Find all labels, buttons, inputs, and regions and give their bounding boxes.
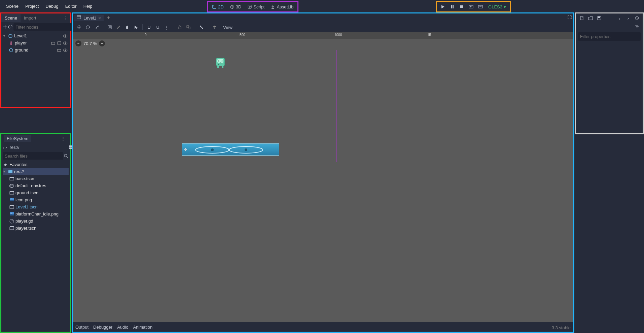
svg-rect-44 [178,27,181,29]
file-row[interactable]: base.tscn [3,175,69,182]
new-resource-button[interactable] [578,14,585,22]
folder-icon [8,169,13,174]
svg-rect-24 [10,177,14,180]
scene-icon [9,226,14,231]
filter-nodes-input[interactable] [13,23,74,31]
scene-icon [77,15,81,20]
renderer-selector[interactable]: GLES3 ▾ [486,4,508,9]
history-menu-button[interactable] [633,14,641,22]
scene-instance-icon[interactable] [57,47,62,53]
menu-editor[interactable]: Editor [62,2,80,11]
stop-button[interactable] [458,3,465,10]
nav-forward-button[interactable]: › [5,143,7,151]
eye-icon[interactable] [63,47,68,53]
workspace-script[interactable]: Script [245,3,267,11]
add-node-button[interactable] [3,23,7,31]
chevron-down-icon[interactable]: ▾ [3,170,7,173]
scene-tab-level1[interactable]: Level1 × [74,15,104,21]
file-row[interactable]: default_env.tres [3,182,69,189]
cursor-button[interactable] [132,24,140,31]
file-row[interactable]: ground.tscn [3,189,69,196]
zoom-in-button[interactable]: + [99,40,105,46]
search-icon[interactable] [63,152,69,160]
scale-mode-button[interactable] [93,24,100,31]
file-row[interactable]: platformChar_idle.png [3,210,69,218]
star-icon: ★ [3,162,8,167]
tab-import[interactable]: Import [21,14,40,22]
history-back-button[interactable]: ‹ [616,14,623,22]
menu-scene[interactable]: Scene [3,2,22,11]
scene-node-player[interactable]: player [3,39,69,46]
bottom-animation[interactable]: Animation [133,325,152,330]
snap-button[interactable] [145,24,153,31]
path-input[interactable] [8,144,68,151]
list-select-button[interactable] [106,24,113,31]
pause-button[interactable] [449,3,456,10]
svg-point-35 [10,219,14,223]
filter-properties-input[interactable] [578,32,641,41]
res-root-row[interactable]: ▾ res:// [3,168,69,175]
snap-options-button[interactable]: ⋮ [163,24,170,31]
file-row[interactable]: player.tscn [3,225,69,232]
add-scene-tab[interactable]: + [105,15,112,21]
bottom-output[interactable]: Output [75,325,88,330]
svg-point-51 [218,61,219,62]
menu-help[interactable]: Help [80,2,96,11]
scene-node-level1[interactable]: ▾ Level1 [3,32,69,39]
workspace-3d[interactable]: 3D [227,3,244,11]
renderer-label: GLES3 [488,4,502,9]
favorites-row[interactable]: ★ Favorites: [3,161,69,168]
file-row[interactable]: player.gd [3,218,69,225]
player-sprite[interactable] [215,57,226,69]
group-button[interactable] [185,24,192,31]
scene-tab-label: Level1 [83,15,96,21]
search-files-input[interactable] [3,152,63,160]
menu-debug[interactable]: Debug [42,2,62,11]
close-icon[interactable]: × [98,15,101,21]
scene-node-ground[interactable]: ground [3,46,69,54]
play-scene-button[interactable] [467,3,475,10]
tab-scene[interactable]: Scene [1,14,21,22]
play-controls: GLES3 ▾ [436,1,511,12]
move-handle-icon[interactable]: ✥ [184,147,187,152]
play-button[interactable] [439,3,446,10]
distraction-free-icon[interactable] [567,15,572,20]
layer-button[interactable] [211,24,218,31]
object-properties-button[interactable] [633,23,641,30]
eye-icon[interactable] [63,33,68,39]
load-resource-button[interactable] [587,14,594,22]
file-row[interactable]: icon.png [3,196,69,203]
eye-icon[interactable] [63,40,68,46]
ground-sprite[interactable]: ✥ [182,143,279,156]
view-menu[interactable]: View [221,25,235,30]
nav-back-button[interactable]: ‹ [3,143,4,151]
workspace-2d[interactable]: 2D [209,3,226,11]
scene-instance-icon[interactable] [50,40,56,46]
play-custom-scene-button[interactable] [477,3,484,10]
bottom-audio[interactable]: Audio [117,325,128,330]
file-row[interactable]: Level1.tscn [3,203,69,210]
select-mode-button[interactable] [75,24,83,31]
node-label: player [15,40,49,45]
node2d-icon [8,34,13,38]
save-resource-button[interactable] [596,14,603,22]
history-forward-button[interactable]: › [624,14,632,22]
menu-project[interactable]: Project [22,2,42,11]
instance-scene-button[interactable] [8,23,13,31]
snap-grid-button[interactable] [154,24,162,31]
chevron-down-icon[interactable]: ▾ [3,34,7,38]
script-icon[interactable] [57,40,62,46]
move-mode-button[interactable] [84,24,92,31]
bottom-debugger[interactable]: Debugger [93,325,112,330]
ruler-mode-button[interactable] [115,24,122,31]
bone-button[interactable] [198,24,205,31]
lock-button[interactable] [176,24,183,31]
workspace-assetlib[interactable]: AssetLib [268,3,296,11]
scene-dock-menu[interactable]: ⋮ [62,15,70,21]
filesystem-dock-menu[interactable]: ⋮ [59,136,67,141]
zoom-out-button[interactable]: − [75,40,81,46]
pan-mode-button[interactable] [123,24,131,31]
canvas-2d[interactable]: 0 500 1000 15 − 70.7 % + [73,32,573,322]
zoom-value[interactable]: 70.7 % [83,41,97,46]
svg-rect-13 [58,41,61,45]
